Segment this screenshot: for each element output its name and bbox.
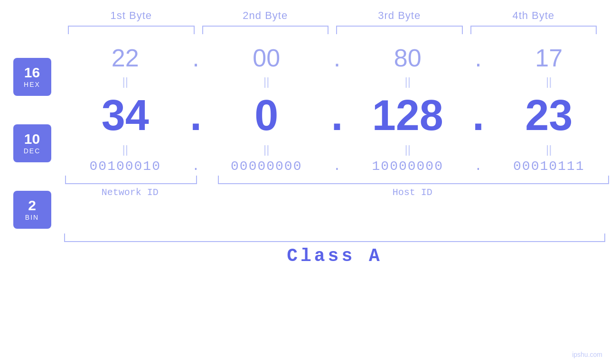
dec-b1-cell: 34 xyxy=(64,91,187,140)
eq-1-b1: || xyxy=(64,75,187,88)
dec-b3: 128 xyxy=(372,91,443,140)
hex-badge-label: HEX xyxy=(24,81,40,88)
hex-row: 22 . 00 . 80 . 17 xyxy=(64,44,610,72)
eq-2-b4-text: || xyxy=(546,143,552,156)
bin-dot-3-text: . xyxy=(474,159,482,174)
class-label: Class A xyxy=(287,246,383,266)
byte4-label: 4th Byte xyxy=(467,9,601,22)
hex-b3-cell: 80 xyxy=(347,44,469,72)
bin-dot-1: . xyxy=(187,159,206,174)
dec-dot-2: . xyxy=(328,91,347,140)
hex-dot-2-text: . xyxy=(334,44,340,72)
bracket-top-4 xyxy=(470,26,597,34)
bin-b4-cell: 00010111 xyxy=(488,159,610,174)
dec-dot-3-text: . xyxy=(472,91,484,140)
dec-b1: 34 xyxy=(102,91,149,140)
dec-row: 34 . 0 . 128 . 23 xyxy=(64,91,610,140)
bin-dot-2-text: . xyxy=(333,159,341,174)
hex-dot-3-text: . xyxy=(475,44,481,72)
dec-b2: 0 xyxy=(254,91,278,140)
bin-b3-cell: 10000000 xyxy=(347,159,469,174)
eq-1-b4: || xyxy=(488,75,610,88)
bin-b1: 00100010 xyxy=(90,159,161,174)
bin-b4: 00010111 xyxy=(513,159,584,174)
bracket-top-2 xyxy=(202,26,329,34)
class-bracket xyxy=(64,233,605,242)
bin-b2-cell: 00000000 xyxy=(206,159,328,174)
bottom-brackets-row xyxy=(64,176,610,184)
network-id-label: Network ID xyxy=(64,187,196,198)
top-brackets xyxy=(64,26,601,34)
hex-b1-cell: 22 xyxy=(64,44,187,72)
bin-dot-1-text: . xyxy=(192,159,200,174)
host-id-label: Host ID xyxy=(215,187,610,198)
eq-1-b1-text: || xyxy=(122,75,128,88)
eq-row-2: || || || || xyxy=(64,140,610,159)
values-wrapper: 22 . 00 . 80 . 17 xyxy=(64,44,610,229)
hex-b4: 17 xyxy=(535,44,563,72)
hex-dot-2: . xyxy=(328,44,347,72)
byte3-label: 3rd Byte xyxy=(332,9,467,22)
bin-badge-num: 2 xyxy=(28,198,36,213)
dec-dot-2-text: . xyxy=(331,91,343,140)
hex-b2: 00 xyxy=(253,44,280,72)
dec-badge-label: DEC xyxy=(24,147,41,155)
bin-b1-cell: 00100010 xyxy=(64,159,187,174)
eq-2-b3: || xyxy=(347,143,469,156)
bin-b2: 00000000 xyxy=(231,159,302,174)
id-labels-row: Network ID Host ID xyxy=(64,187,610,198)
dec-dot-1-text: . xyxy=(190,91,202,140)
dec-badge-num: 10 xyxy=(24,132,40,146)
hex-dot-1-text: . xyxy=(192,44,199,72)
bin-row: 00100010 . 00000000 . 10000000 . xyxy=(64,159,610,174)
badges-col: 16 HEX 10 DEC 2 BIN xyxy=(0,44,64,229)
hex-dot-1: . xyxy=(187,44,206,72)
eq-2-b2-text: || xyxy=(263,143,269,156)
bin-dot-3: . xyxy=(469,159,488,174)
eq-1-b2-text: || xyxy=(263,75,269,88)
eq-2-b1-text: || xyxy=(122,143,128,156)
eq-1-b4-text: || xyxy=(546,75,552,88)
watermark: ipshu.com xyxy=(572,351,602,358)
bin-dot-2: . xyxy=(328,159,347,174)
byte2-label: 2nd Byte xyxy=(198,9,333,22)
dec-b3-cell: 128 xyxy=(347,91,469,140)
bin-badge: 2 BIN xyxy=(13,191,51,229)
byte1-label: 1st Byte xyxy=(64,9,198,22)
main-container: 1st Byte 2nd Byte 3rd Byte 4th Byte 16 H… xyxy=(0,0,610,364)
hex-b3: 80 xyxy=(394,44,422,72)
eq-1-b3: || xyxy=(347,75,469,88)
eq-2-b3-text: || xyxy=(405,143,411,156)
dec-b4-cell: 23 xyxy=(488,91,610,140)
bin-b3: 10000000 xyxy=(372,159,443,174)
dec-dot-1: . xyxy=(187,91,206,140)
hex-b2-cell: 00 xyxy=(206,44,328,72)
content-area: 16 HEX 10 DEC 2 BIN 22 . xyxy=(0,44,610,229)
dec-badge: 10 DEC xyxy=(13,124,51,162)
hex-dot-3: . xyxy=(469,44,488,72)
bracket-top-3 xyxy=(336,26,463,34)
hex-b1: 22 xyxy=(112,44,139,72)
dec-dot-3: . xyxy=(469,91,488,140)
hex-badge: 16 HEX xyxy=(13,58,51,96)
bracket-top-1 xyxy=(68,26,195,34)
eq-1-b2: || xyxy=(206,75,328,88)
hex-badge-num: 16 xyxy=(24,65,40,80)
dec-b4: 23 xyxy=(525,91,572,140)
eq-2-b1: || xyxy=(64,143,187,156)
hex-b4-cell: 17 xyxy=(488,44,610,72)
network-bracket xyxy=(65,176,197,184)
eq-1-b3-text: || xyxy=(405,75,411,88)
dec-b2-cell: 0 xyxy=(206,91,328,140)
eq-2-b4: || xyxy=(488,143,610,156)
host-bracket xyxy=(218,176,610,184)
class-section: Class A xyxy=(64,233,605,266)
bin-badge-label: BIN xyxy=(25,214,39,221)
eq-row-1: || || || || xyxy=(64,72,610,91)
eq-2-b2: || xyxy=(206,143,328,156)
byte-labels-row: 1st Byte 2nd Byte 3rd Byte 4th Byte xyxy=(64,9,601,22)
